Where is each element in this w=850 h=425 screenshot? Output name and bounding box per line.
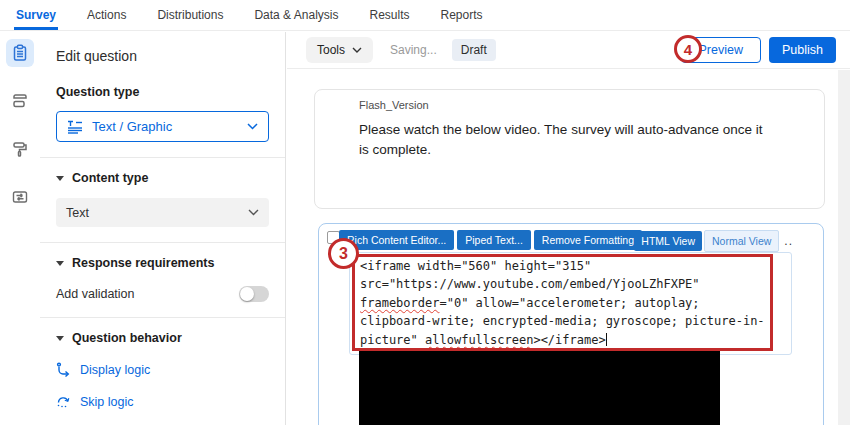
- top-nav: Survey Actions Distributions Data & Anal…: [0, 0, 850, 31]
- nav-tab-distributions[interactable]: Distributions: [155, 0, 225, 30]
- question-name-label: Flash_Version: [359, 99, 804, 111]
- piped-text-button[interactable]: Piped Text...: [457, 230, 531, 250]
- left-icon-rail: [0, 32, 40, 425]
- survey-toolbar: Tools Saving... Draft Preview Publish: [287, 32, 850, 69]
- toggle-knob: [240, 287, 254, 301]
- add-validation-label: Add validation: [56, 287, 135, 301]
- display-logic-label: Display logic: [80, 363, 150, 377]
- chevron-down-icon: [248, 209, 259, 216]
- remove-formatting-button[interactable]: Remove Formatting: [534, 230, 642, 250]
- edit-question-panel: Edit question Question type Text / Graph…: [40, 32, 286, 425]
- panel-divider: [40, 317, 285, 318]
- collapse-triangle-icon: [56, 336, 64, 341]
- scrollbar-track[interactable]: [838, 70, 850, 425]
- chevron-down-icon: [247, 123, 258, 130]
- content-type-select[interactable]: Text: [56, 198, 269, 227]
- editor-toolbar: Rich Content Editor... Piped Text... Rem…: [339, 230, 642, 250]
- chevron-down-icon: [352, 47, 362, 53]
- annotation-step-4: 4: [674, 35, 702, 63]
- publish-button[interactable]: Publish: [769, 37, 836, 63]
- skip-logic-label: Skip logic: [80, 395, 134, 409]
- nav-tab-survey[interactable]: Survey: [14, 0, 58, 30]
- survey-flow-icon[interactable]: [6, 87, 34, 115]
- collapse-triangle-icon: [56, 261, 64, 266]
- html-view-button[interactable]: HTML View: [634, 231, 702, 251]
- tools-button[interactable]: Tools: [306, 37, 373, 63]
- collapse-triangle-icon: [56, 176, 64, 181]
- main-content: Tools Saving... Draft Preview Publish Fl…: [287, 32, 850, 425]
- panel-divider: [40, 157, 285, 158]
- skip-logic-link[interactable]: Skip logic: [56, 394, 269, 409]
- add-validation-row: Add validation: [56, 286, 269, 302]
- nav-tab-actions[interactable]: Actions: [85, 0, 128, 30]
- content-type-section-header[interactable]: Content type: [56, 171, 269, 185]
- view-toggle-group: HTML View Normal View ..: [634, 230, 793, 252]
- nav-tab-data-analysis[interactable]: Data & Analysis: [252, 0, 340, 30]
- saving-status: Saving...: [390, 43, 437, 57]
- content-type-value: Text: [66, 206, 89, 220]
- nav-tab-results[interactable]: Results: [367, 0, 411, 30]
- annotation-step-3: 3: [328, 238, 359, 269]
- skip-logic-icon: [56, 394, 71, 409]
- question-card[interactable]: Flash_Version Please watch the below vid…: [314, 89, 825, 209]
- look-and-feel-icon[interactable]: [6, 135, 34, 163]
- text-caret: [606, 333, 607, 346]
- draft-badge: Draft: [452, 39, 496, 61]
- nav-tab-reports[interactable]: Reports: [438, 0, 484, 30]
- tools-label: Tools: [317, 43, 345, 57]
- focused-question-card[interactable]: Rich Content Editor... Piped Text... Rem…: [318, 223, 824, 425]
- response-requirements-section-header[interactable]: Response requirements: [56, 256, 269, 270]
- question-text[interactable]: Please watch the below video. The survey…: [359, 120, 767, 161]
- text-graphic-icon: [67, 120, 83, 134]
- display-logic-icon: [56, 362, 71, 377]
- overflow-dots[interactable]: ..: [784, 234, 793, 248]
- add-validation-toggle[interactable]: [239, 286, 269, 302]
- question-behavior-header-label: Question behavior: [72, 331, 182, 345]
- response-requirements-header-label: Response requirements: [72, 256, 214, 270]
- normal-view-button[interactable]: Normal View: [704, 230, 779, 252]
- question-type-select[interactable]: Text / Graphic: [56, 111, 269, 142]
- panel-title: Edit question: [56, 48, 269, 64]
- display-logic-link[interactable]: Display logic: [56, 362, 269, 377]
- survey-editor-screen: Survey Actions Distributions Data & Anal…: [0, 0, 850, 425]
- embedded-video-placeholder[interactable]: [359, 350, 720, 425]
- content-type-header-label: Content type: [72, 171, 148, 185]
- survey-builder-icon[interactable]: [6, 39, 34, 67]
- question-behavior-section-header[interactable]: Question behavior: [56, 331, 269, 345]
- question-type-label: Question type: [56, 85, 269, 99]
- question-type-value: Text / Graphic: [92, 119, 172, 134]
- panel-divider: [40, 242, 285, 243]
- html-code[interactable]: <iframe width="560" height="315"src="htt…: [360, 257, 772, 349]
- survey-options-icon[interactable]: [6, 183, 34, 211]
